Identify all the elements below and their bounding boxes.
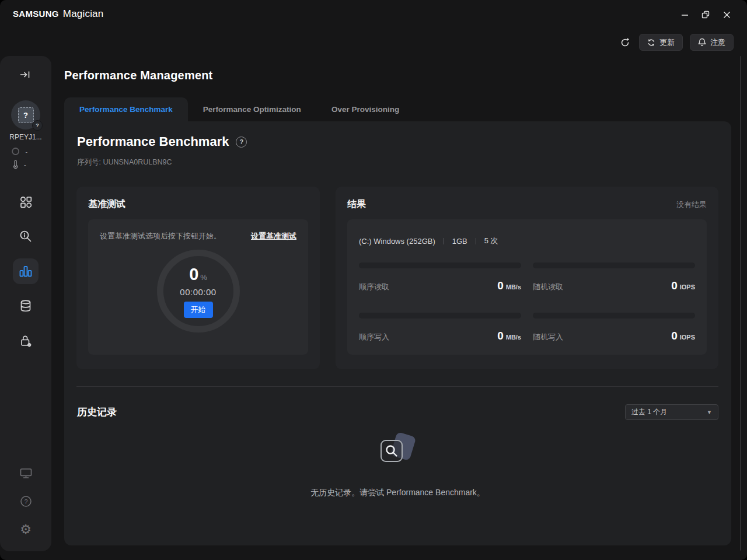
chevron-down-icon: ▼ (707, 410, 712, 415)
serial-number: 序列号: UUNSNA0RULBN9C (77, 158, 172, 167)
sidebar-item-security[interactable] (13, 328, 39, 354)
drive-temp-value: - (24, 161, 26, 168)
results-inner-panel: (C:) Windows (252GB) 1GB 5 次 顺序读取 (347, 219, 707, 355)
sidebar-item-performance[interactable] (13, 258, 39, 284)
history-filter-value: 过去 1 个月 (631, 407, 667, 417)
metrics-grid: 顺序读取 0 MB/s 随机读取 (359, 262, 695, 342)
sidebar-item-data-management[interactable] (13, 293, 39, 318)
tab-performance-benchmark[interactable]: Performance Benchmark (64, 97, 188, 121)
progress-value: 0 (189, 265, 198, 284)
help-icon: ? (20, 495, 32, 508)
section-title: Performance Benchmark (77, 134, 229, 149)
metric-unit: MB/s (506, 334, 521, 341)
divider (444, 238, 444, 244)
drive-avatar[interactable]: ? ? (11, 100, 40, 130)
metric-value: 0 (497, 279, 504, 292)
metric-value: 0 (671, 330, 678, 342)
start-button[interactable]: 开始 (184, 302, 213, 318)
cards-row: 基准测试 设置基准测试选项后按下按钮开始。 设置基准测试 0 % 00:00:0… (76, 187, 718, 369)
metric-random-write: 随机写入 0 IOPS (533, 313, 695, 342)
section-help-icon[interactable]: ? (236, 136, 247, 148)
notice-button[interactable]: 注意 (690, 34, 734, 51)
metric-random-read: 随机读取 0 IOPS (533, 262, 695, 292)
metric-label: 随机读取 (533, 282, 563, 292)
database-icon (20, 300, 32, 312)
progress-gauge: 0 % 00:00:00 开始 (157, 250, 240, 332)
drive-temp-row: - (13, 160, 26, 169)
progress-percent: 0 % (189, 265, 207, 284)
close-icon (723, 11, 731, 19)
benchmark-settings-link[interactable]: 设置基准测试 (251, 231, 296, 242)
drive-avatar-circle: ? ? (11, 100, 40, 130)
section-header: Performance Benchmark ? (77, 134, 247, 149)
expand-panel-icon (20, 70, 32, 79)
toolbar: 更新 注意 (618, 34, 734, 51)
metric-label: 顺序读取 (359, 282, 389, 292)
metric-value: 0 (671, 279, 678, 292)
history-empty-state: 无历史记录。请尝试 Performance Benchmark。 (64, 434, 731, 498)
results-status: 没有结果 (676, 200, 707, 210)
metric-progress-bar (359, 262, 521, 268)
sidebar-item-drive-details[interactable] (13, 223, 39, 249)
update-button[interactable]: 更新 (639, 34, 683, 51)
dashboard-icon (20, 196, 32, 208)
results-card-title: 结果 (347, 198, 366, 211)
no-results-magnifier-card (381, 440, 403, 462)
refresh-button[interactable] (618, 36, 632, 50)
titlebar: SAMSUNG Magician (0, 0, 747, 28)
metric-unit: IOPS (680, 334, 695, 341)
metric-label: 随机写入 (533, 332, 563, 342)
metric-progress-bar (533, 313, 695, 318)
metric-progress-bar (359, 313, 521, 318)
drive-health-value: - (26, 148, 28, 155)
metric-sequential-write: 顺序写入 0 MB/s (359, 313, 521, 342)
restore-button[interactable] (698, 8, 713, 21)
update-button-label: 更新 (659, 37, 675, 48)
gauge-wrap: 0 % 00:00:00 开始 (88, 250, 308, 332)
brand-samsung: SAMSUNG (13, 9, 59, 19)
results-header: 结果 没有结果 (347, 198, 707, 211)
svg-text:?: ? (24, 498, 27, 505)
test-size: 1GB (452, 237, 467, 246)
app-logo: SAMSUNG Magician (13, 8, 103, 20)
metric-label: 顺序写入 (359, 332, 389, 342)
benchmark-card: 基准测试 设置基准测试选项后按下按钮开始。 设置基准测试 0 % 00:00:0… (76, 187, 320, 369)
brand-magician: Magician (63, 8, 104, 20)
restore-icon (701, 10, 710, 19)
benchmark-inner-panel: 设置基准测试选项后按下按钮开始。 设置基准测试 0 % 00:00:00 开始 (88, 219, 308, 355)
tab-over-provisioning[interactable]: Over Provisioning (316, 97, 414, 121)
health-circle-icon (12, 147, 20, 156)
results-card: 结果 没有结果 (C:) Windows (252GB) 1GB 5 次 (336, 187, 718, 369)
metric-value: 0 (497, 330, 504, 342)
tab-bar: Performance Benchmark Performance Optimi… (64, 97, 414, 121)
history-filter-dropdown[interactable]: 过去 1 个月 ▼ (625, 404, 718, 420)
history-header: 历史记录 过去 1 个月 ▼ (77, 404, 718, 420)
monitor-icon (20, 468, 32, 479)
scrollbar[interactable] (740, 56, 741, 551)
elapsed-time: 00:00:00 (180, 287, 216, 297)
sidebar-item-help[interactable]: ? (13, 488, 39, 514)
app-window: SAMSUNG Magician (0, 0, 747, 560)
tab-performance-optimization[interactable]: Performance Optimization (188, 97, 316, 121)
sidebar-item-settings[interactable]: ⚙ (13, 517, 39, 542)
metric-unit: MB/s (506, 284, 521, 290)
minimize-button[interactable] (677, 8, 692, 21)
benchmark-instruction-row: 设置基准测试选项后按下按钮开始。 设置基准测试 (100, 231, 296, 242)
close-button[interactable] (719, 8, 734, 21)
sync-icon (647, 38, 655, 47)
metric-unit: IOPS (680, 284, 695, 290)
sidebar-item-system[interactable] (13, 460, 39, 486)
history-title: 历史记录 (77, 405, 117, 419)
magnifier-icon (385, 444, 399, 458)
test-config-row: (C:) Windows (252GB) 1GB 5 次 (359, 236, 695, 246)
main-panel: Performance Benchmark ? 序列号: UUNSNA0RULB… (64, 121, 731, 545)
sidebar-expand-button[interactable] (20, 70, 32, 79)
unknown-drive-icon: ? (18, 107, 34, 123)
drive-health-row: - (12, 147, 28, 156)
window-controls (677, 8, 734, 21)
benchmark-card-title: 基准测试 (88, 198, 308, 211)
drive-info-icon (19, 230, 32, 243)
metric-sequential-read: 顺序读取 0 MB/s (359, 262, 521, 292)
sidebar-item-dashboard[interactable] (13, 189, 39, 215)
page-title: Performance Management (64, 69, 212, 82)
